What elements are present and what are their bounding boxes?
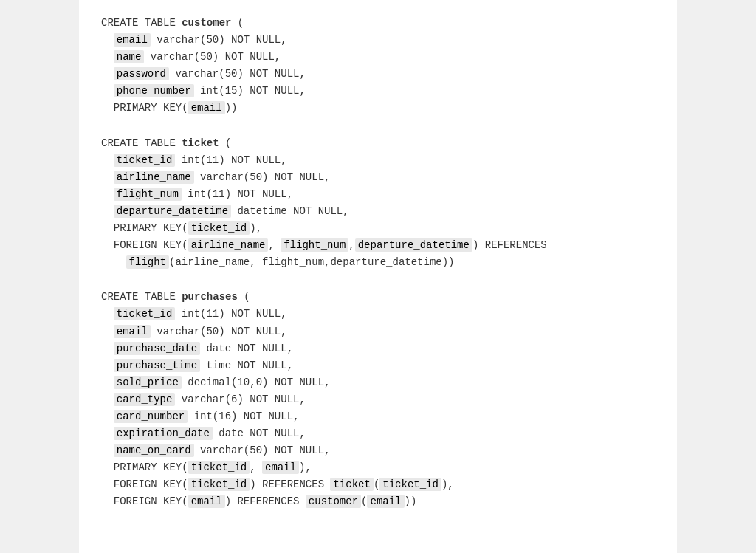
col-airline-name: airline_name [114, 171, 194, 184]
customer-create-line: CREATE TABLE customer ( [101, 15, 655, 32]
pk-ticket-id: ticket_id [188, 221, 250, 235]
customer-table-name: customer [182, 17, 231, 29]
col-expiration-date: expiration_date [114, 427, 213, 440]
col-name-on-card: name_on_card [114, 444, 194, 457]
fk2-ref-email: email [367, 495, 404, 508]
col-password: password [114, 67, 169, 80]
purchases-col-card-number: card_number int(16) NOT NULL, [101, 408, 655, 425]
fk-departure-datetime: departure_datetime [355, 238, 472, 252]
purchases-table-name: purchases [182, 291, 238, 303]
purchases-pk-line: PRIMARY KEY(ticket_id, email), [101, 459, 655, 476]
ticket-table-block: CREATE TABLE ticket ( ticket_id int(11) … [101, 135, 655, 272]
purchases-col-card-type: card_type varchar(6) NOT NULL, [101, 391, 655, 408]
pk-p-email: email [262, 461, 299, 474]
purchases-col-name-on-card: name_on_card varchar(50) NOT NULL, [101, 442, 655, 459]
fk-airline-name: airline_name [188, 238, 269, 252]
col-name: name [114, 50, 145, 63]
ticket-col-departure: departure_datetime datetime NOT NULL, [101, 203, 655, 220]
customer-col-phone: phone_number int(15) NOT NULL, [101, 83, 655, 100]
customer-table-block: CREATE TABLE customer ( email varchar(50… [101, 15, 655, 117]
purchases-col-sold-price: sold_price decimal(10,0) NOT NULL, [101, 374, 655, 391]
fk1-ticket-id: ticket_id [188, 478, 250, 491]
col-email: email [114, 33, 151, 47]
fk-ref-flight: flight [126, 255, 169, 269]
ticket-col-airline: airline_name varchar(50) NOT NULL, [101, 169, 655, 186]
col-purchase-time: purchase_time [114, 359, 200, 372]
col-card-type: card_type [114, 393, 176, 406]
fk1-ref-ticket-id: ticket_id [379, 478, 441, 491]
purchases-table-block: CREATE TABLE purchases ( ticket_id int(1… [101, 289, 655, 510]
ticket-col-id: ticket_id int(11) NOT NULL, [101, 152, 655, 169]
fk-flight-num: flight_num [281, 238, 348, 252]
col-phone-number: phone_number [114, 84, 194, 97]
col-p-ticket-id: ticket_id [114, 307, 176, 320]
fk2-email: email [188, 495, 225, 508]
ticket-create-line: CREATE TABLE ticket ( [101, 135, 655, 152]
col-ticket-id: ticket_id [114, 154, 176, 167]
purchases-fk2-line: FOREIGN KEY(email) REFERENCES customer(e… [101, 493, 655, 510]
fk2-ref-customer: customer [306, 495, 361, 508]
purchases-create-line: CREATE TABLE purchases ( [101, 289, 655, 306]
col-flight-num: flight_num [114, 188, 182, 201]
ticket-col-flight: flight_num int(11) NOT NULL, [101, 186, 655, 203]
purchases-col-purchase-time: purchase_time time NOT NULL, [101, 357, 655, 374]
ticket-pk-line: PRIMARY KEY(ticket_id), [101, 220, 655, 237]
pk-email: email [188, 101, 225, 114]
fk1-ref-ticket: ticket [330, 478, 373, 491]
pk-p-ticket-id: ticket_id [188, 461, 250, 474]
customer-pk-line: PRIMARY KEY(email)) [101, 100, 655, 117]
col-p-email: email [114, 325, 151, 338]
ticket-fk-line: FOREIGN KEY(airline_name, flight_num,dep… [101, 237, 655, 254]
purchases-col-expiration: expiration_date date NOT NULL, [101, 425, 655, 442]
purchases-col-ticket-id: ticket_id int(11) NOT NULL, [101, 306, 655, 323]
col-departure-datetime: departure_datetime [114, 205, 231, 218]
col-sold-price: sold_price [114, 376, 182, 389]
code-panel: CREATE TABLE customer ( email varchar(50… [79, 0, 677, 553]
ticket-fk-ref-line: flight(airline_name, flight_num,departur… [101, 254, 655, 271]
ticket-table-name: ticket [182, 137, 219, 149]
customer-col-password: password varchar(50) NOT NULL, [101, 66, 655, 83]
purchases-col-purchase-date: purchase_date date NOT NULL, [101, 340, 655, 357]
page-container: CREATE TABLE customer ( email varchar(50… [0, 0, 756, 553]
purchases-col-email: email varchar(50) NOT NULL, [101, 323, 655, 340]
customer-col-email: email varchar(50) NOT NULL, [101, 32, 655, 49]
customer-col-name: name varchar(50) NOT NULL, [101, 49, 655, 66]
purchases-fk1-line: FOREIGN KEY(ticket_id) REFERENCES ticket… [101, 476, 655, 493]
col-purchase-date: purchase_date [114, 342, 200, 355]
col-card-number: card_number [114, 410, 188, 423]
